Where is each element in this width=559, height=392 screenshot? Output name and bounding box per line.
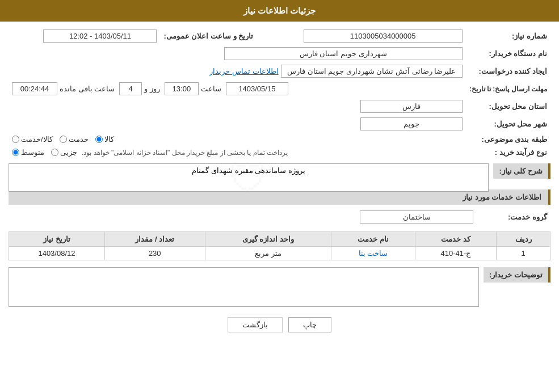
creator-contact-link[interactable]: اطلاعات تماس خریدار <box>209 67 278 75</box>
table-header-row: ردیف کد خدمت نام خدمت واحد اندازه گیری ت… <box>9 232 550 247</box>
description-section: شرح کلی نیاز: 🛡 پروژه ساماندهی مقبره شهد… <box>9 163 550 180</box>
deadline-label: مهلت ارسال پاسخ: تا تاریخ: <box>466 80 550 98</box>
description-textarea[interactable] <box>9 163 489 192</box>
deadline-days: 4 <box>119 82 142 95</box>
need-number-label: شماره نیاز: <box>466 27 550 45</box>
th-code: کد خدمت <box>415 232 497 247</box>
deadline-row: مهلت ارسال پاسخ: تا تاریخ: ساعت باقی مان… <box>9 80 550 98</box>
category-label: طبقه بندی موضوعی: <box>466 133 550 146</box>
need-number-row: شماره نیاز: 1103005034000005 تاریخ و ساع… <box>9 27 550 45</box>
services-table: ردیف کد خدمت نام خدمت واحد اندازه گیری ت… <box>9 231 550 260</box>
page-title: جزئیات اطلاعات نیاز <box>243 6 316 15</box>
deadline-date: 1403/05/15 <box>226 82 288 95</box>
organization-label: نام دستگاه خریدار: <box>466 45 550 62</box>
purchase-type-note: پرداخت تمام یا بخشی از مبلغ خریدار محل "… <box>82 149 288 157</box>
table-row: 1 ج-41-410 ساخت بنا متر مربع 230 1403/08… <box>9 247 550 260</box>
category-radio-khedmat[interactable] <box>60 136 67 143</box>
city-value: جویم <box>360 117 463 130</box>
th-unit: واحد اندازه گیری <box>205 232 331 247</box>
print-button[interactable]: چاپ <box>288 317 331 332</box>
creator-row: ایجاد کننده درخواست: علیرضا رضائی آتش نش… <box>9 62 550 80</box>
description-label: شرح کلی نیاز: <box>493 163 550 179</box>
province-label: استان محل تحویل: <box>466 98 550 115</box>
service-group-row: گروه خدمت: ساختمان <box>9 208 550 226</box>
buyer-notes-section: توضیحات خریدار: <box>9 267 550 309</box>
service-group-table: گروه خدمت: ساختمان <box>9 208 550 226</box>
category-option-kala-khedmat: کالا/خدمت <box>12 135 53 144</box>
organization-row: نام دستگاه خریدار: شهرداری جویم استان فا… <box>9 45 550 62</box>
purchase-type-label: نوع فرآیند خرید : <box>466 146 550 159</box>
deadline-remaining-label: ساعت باقی مانده <box>60 85 115 93</box>
th-date: تاریخ نیاز <box>9 232 105 247</box>
form-table: شماره نیاز: 1103005034000005 تاریخ و ساع… <box>9 27 550 159</box>
purchase-type-option-jozi: جزیی <box>51 148 77 157</box>
main-section: شماره نیاز: 1103005034000005 تاریخ و ساع… <box>0 22 559 338</box>
deadline-days-label: روز و <box>144 85 160 93</box>
category-option-kala: کالا <box>95 135 114 144</box>
buttons-row: چاپ بازگشت <box>9 317 550 332</box>
province-row: استان محل تحویل: فارس <box>9 98 550 115</box>
purchase-type-row: نوع فرآیند خرید : متوسط جزیی <box>9 146 550 159</box>
purchase-type-radio-jozi[interactable] <box>51 149 58 156</box>
deadline-remaining: 00:24:44 <box>12 82 57 95</box>
announcement-label: تاریخ و ساعت اعلان عمومی: <box>160 27 257 45</box>
city-label: شهر محل تحویل: <box>466 115 550 133</box>
th-name: نام خدمت <box>331 232 415 247</box>
deadline-time: 13:00 <box>165 82 199 95</box>
back-button[interactable]: بازگشت <box>228 317 283 332</box>
announcement-value: 1403/05/11 - 12:02 <box>43 29 157 43</box>
service-group-value: ساختمان <box>360 210 473 224</box>
organization-value: شهرداری جویم استان فارس <box>224 47 463 60</box>
purchase-type-option-motavasset: متوسط <box>12 148 44 157</box>
page-header: جزئیات اطلاعات نیاز <box>0 0 559 22</box>
creator-value: علیرضا رضائی آتش نشان شهرداری جویم استان… <box>281 65 463 78</box>
category-radio-kala[interactable] <box>95 136 103 143</box>
category-radio-kala-khedmat[interactable] <box>12 136 19 143</box>
th-row: ردیف <box>497 232 550 247</box>
category-row: طبقه بندی موضوعی: کالا/خدمت خدمت کالا <box>9 133 550 146</box>
service-group-label: گروه خدمت: <box>477 208 550 226</box>
creator-label: ایجاد کننده درخواست: <box>466 62 550 80</box>
province-value: فارس <box>360 100 463 113</box>
buyer-notes-textarea[interactable] <box>9 267 479 307</box>
category-option-khedmat: خدمت <box>60 135 89 144</box>
buyer-notes-label: توضیحات خریدار: <box>484 267 550 283</box>
city-row: شهر محل تحویل: جویم <box>9 115 550 133</box>
page-wrapper: جزئیات اطلاعات نیاز شماره نیاز: 11030050… <box>0 0 559 392</box>
purchase-type-radio-motavasset[interactable] <box>12 149 19 156</box>
need-number-value: 1103005034000005 <box>304 29 463 43</box>
deadline-time-label: ساعت <box>201 85 221 93</box>
th-quantity: تعداد / مقدار <box>104 232 205 247</box>
